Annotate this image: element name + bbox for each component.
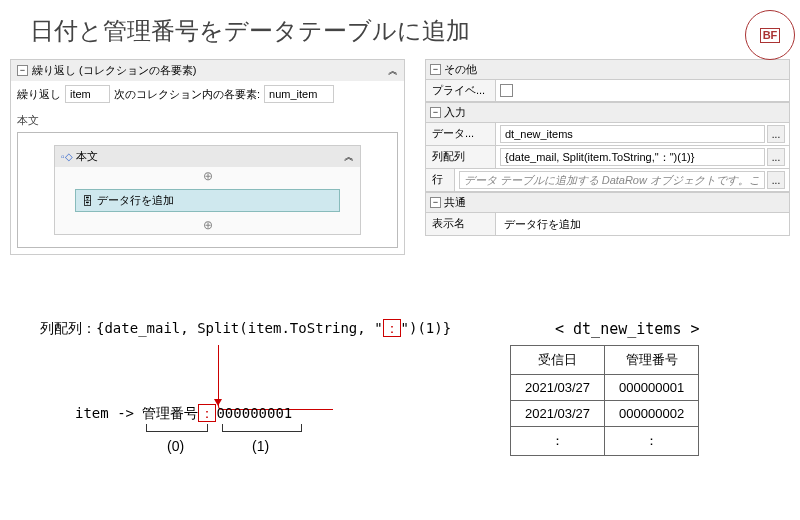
private-checkbox[interactable] — [500, 84, 513, 97]
repeat-label: 繰り返し — [17, 87, 61, 102]
underbrace-right — [222, 424, 302, 432]
section-input[interactable]: − 入力 — [425, 102, 790, 123]
chevron-up-icon[interactable]: ︽ — [344, 150, 354, 164]
section-common[interactable]: − 共通 — [425, 192, 790, 213]
activity-designer-panel: − 繰り返し (コレクションの各要素) ︽ 繰り返し item 次のコレクション… — [10, 59, 405, 255]
body-container: ▫◇ 本文 ︽ ⊕ 🗄 データ行を追加 ⊕ — [17, 132, 398, 248]
collapse-icon[interactable]: − — [17, 65, 28, 76]
index-0-label: (0) — [167, 438, 184, 454]
expression-editor-button[interactable]: ... — [767, 171, 785, 189]
section-other[interactable]: − その他 — [425, 59, 790, 80]
datatable-icon: 🗄 — [82, 195, 93, 207]
next-label: 次のコレクション内の各要素: — [114, 87, 260, 102]
table-row: 2021/03/27000000001 — [511, 375, 699, 401]
table-header: 管理番号 — [605, 346, 699, 375]
next-input[interactable]: num_item — [264, 85, 334, 103]
expression-editor-button[interactable]: ... — [767, 125, 785, 143]
expression-editor-button[interactable]: ... — [767, 148, 785, 166]
inner-sequence[interactable]: ▫◇ 本文 ︽ ⊕ 🗄 データ行を追加 ⊕ — [54, 145, 361, 235]
displayname-input[interactable]: データ行を追加 — [500, 215, 785, 233]
highlighted-colon: ： — [383, 319, 401, 337]
page-title: 日付と管理番号をデータテーブルに追加 — [0, 0, 800, 47]
chevron-up-icon[interactable]: ︽ — [388, 64, 398, 78]
result-table-title: < dt_new_items > — [555, 320, 700, 338]
arrow-connector — [218, 345, 333, 410]
highlighted-colon: ： — [198, 404, 216, 422]
table-row: ：： — [511, 427, 699, 456]
section-other-label: その他 — [444, 62, 477, 77]
collapse-icon[interactable]: − — [430, 107, 441, 118]
add-data-row-activity[interactable]: 🗄 データ行を追加 — [75, 189, 340, 212]
activity-title: 繰り返し (コレクションの各要素) — [32, 63, 196, 78]
repeat-input[interactable]: item — [65, 85, 110, 103]
private-label: プライベ... — [426, 80, 496, 101]
collapse-icon[interactable]: − — [430, 197, 441, 208]
datarow-label: 行 — [426, 169, 455, 191]
sequence-icon: ▫◇ — [61, 151, 73, 162]
displayname-label: 表示名 — [426, 213, 496, 235]
logo-text: BF — [760, 28, 781, 43]
item-example: item -> 管理番号：000000001 — [75, 405, 292, 423]
datarow-input[interactable]: データ テーブルに追加する DataRow オブジェクトです。こ — [459, 171, 765, 189]
index-1-label: (1) — [252, 438, 269, 454]
underbrace-left — [146, 424, 208, 432]
inner-sequence-title: 本文 — [76, 150, 98, 162]
brand-logo: BF — [745, 10, 795, 60]
add-data-row-label: データ行を追加 — [97, 193, 174, 208]
section-input-label: 入力 — [444, 105, 466, 120]
add-activity-top[interactable]: ⊕ — [55, 167, 360, 185]
array-expression-explain: 列配列：{date_mail, Split(item.ToString, "："… — [40, 320, 500, 338]
section-common-label: 共通 — [444, 195, 466, 210]
result-table: 受信日 管理番号 2021/03/27000000001 2021/03/270… — [510, 345, 699, 456]
properties-panel: − その他 プライベ... − 入力 データ... dt_new_items .… — [425, 59, 790, 255]
arrayrow-input[interactable]: {date_mail, Split(item.ToString,"：")(1)} — [500, 148, 765, 166]
arrayrow-label: 列配列 — [426, 146, 496, 168]
add-activity-bottom[interactable]: ⊕ — [55, 216, 360, 234]
table-row: 2021/03/27000000002 — [511, 401, 699, 427]
activity-header[interactable]: − 繰り返し (コレクションの各要素) ︽ — [11, 60, 404, 81]
datatable-input[interactable]: dt_new_items — [500, 125, 765, 143]
datatable-label: データ... — [426, 123, 496, 145]
table-header: 受信日 — [511, 346, 605, 375]
collapse-icon[interactable]: − — [430, 64, 441, 75]
body-label: 本文 — [17, 113, 398, 128]
